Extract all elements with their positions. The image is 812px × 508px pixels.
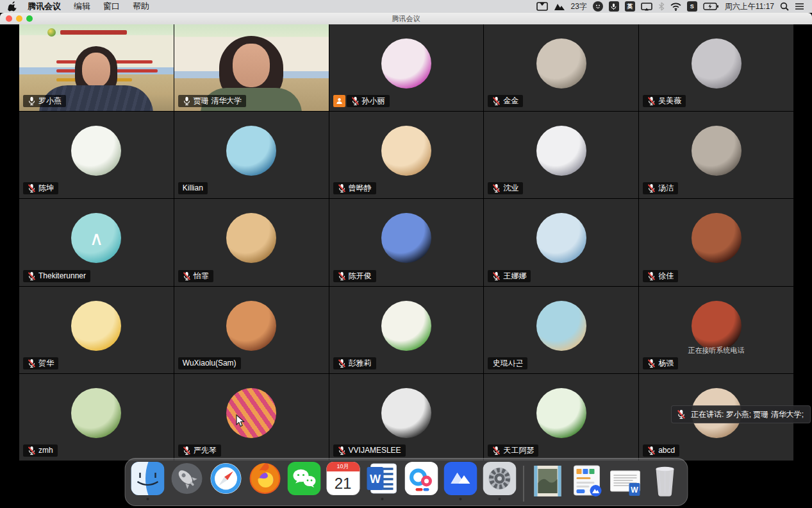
- participant-label: 贺华: [23, 357, 58, 369]
- participant-tile[interactable]: 正在接听系统电话杨强: [639, 287, 793, 373]
- participant-tile[interactable]: 沈业: [484, 112, 638, 198]
- muted-mic-icon: [28, 359, 36, 368]
- participant-tile[interactable]: Killian: [174, 112, 329, 198]
- dock-item-system-preferences-icon[interactable]: [483, 462, 516, 500]
- participant-avatar: [71, 301, 121, 351]
- menu-help[interactable]: 帮助: [126, 0, 156, 13]
- participant-tile[interactable]: 怡霏: [174, 199, 329, 285]
- participant-tile[interactable]: 贺华: [19, 287, 174, 373]
- speaking-toast-text: 正在讲话: 罗小燕; 贾珊 清华大学;: [691, 409, 804, 420]
- participant-label: 天工阿瑟: [488, 444, 538, 457]
- participant-tile[interactable]: VVIJAMESLEE: [329, 374, 484, 461]
- participant-tile[interactable]: ∧Thekiterunner: [19, 199, 174, 285]
- muted-mic-icon: [338, 446, 346, 455]
- muted-mic-icon: [492, 183, 501, 193]
- dock-item-meeting-window-thumbnail[interactable]: [570, 462, 603, 500]
- menu-app-name[interactable]: 腾讯会议: [21, 0, 67, 13]
- menu-bar: 腾讯会议 编辑 窗口 帮助 23字 英: [0, 0, 812, 13]
- muted-mic-icon: [338, 359, 346, 368]
- wifi-icon[interactable]: [670, 3, 681, 11]
- muted-mic-icon: [28, 183, 36, 193]
- dock-item-launchpad-icon[interactable]: [170, 462, 203, 500]
- participant-name-chip: 天工阿瑟: [488, 444, 538, 457]
- person-icon: [335, 97, 344, 105]
- participant-tile[interactable]: 陈开俊: [329, 199, 484, 285]
- participant-name-chip: 曾晔静: [333, 182, 376, 194]
- participant-name: zmh: [38, 446, 53, 455]
- participant-tile[interactable]: WuXiaolu(Sam): [174, 287, 329, 373]
- close-window-button[interactable]: [6, 15, 12, 22]
- ime-word-count[interactable]: 23字: [571, 1, 587, 12]
- participant-avatar: [71, 388, 121, 438]
- participant-label: 贾珊 清华大学: [178, 95, 246, 107]
- participant-name: 王娜娜: [503, 271, 526, 281]
- participant-name: 陈开俊: [349, 271, 372, 281]
- dock-item-finder-icon[interactable]: [131, 462, 164, 500]
- participant-tile[interactable]: 严先琴: [174, 374, 329, 461]
- participant-tile[interactable]: 徐佳: [639, 199, 793, 285]
- participant-tile[interactable]: 史琨사곤: [484, 287, 638, 373]
- participant-tile[interactable]: 汤洁: [639, 112, 793, 198]
- participant-avatar: [536, 126, 586, 176]
- minimize-window-button[interactable]: [16, 15, 22, 22]
- sogou-emoji-icon[interactable]: [593, 1, 603, 12]
- participant-name-chip: abcd: [643, 444, 679, 457]
- participant-label: 金金: [488, 95, 523, 107]
- participant-avatar: [692, 213, 742, 263]
- dock-item-baidu-netdisk-icon[interactable]: [404, 462, 438, 500]
- tencent-meeting-menubar-icon[interactable]: [554, 3, 565, 11]
- participant-tile[interactable]: 彭雅莉: [329, 287, 484, 373]
- participant-avatar: [226, 213, 276, 263]
- participant-tile[interactable]: 吴美薇: [639, 24, 793, 111]
- dock-item-word-icon[interactable]: W: [365, 462, 399, 500]
- participant-tile[interactable]: 罗小燕: [19, 24, 174, 111]
- spotlight-search-icon[interactable]: [780, 2, 789, 11]
- dock-item-safari-icon[interactable]: [209, 462, 242, 500]
- participant-tile[interactable]: 王娜娜: [484, 199, 638, 285]
- dock-item-word-window-thumbnail[interactable]: W: [609, 462, 642, 500]
- muted-mic-icon: [647, 183, 656, 193]
- menubar-clock[interactable]: 周六上午11:17: [725, 1, 774, 12]
- dock-item-tencent-meeting-icon[interactable]: [443, 462, 477, 500]
- participant-label: Thekiterunner: [23, 270, 90, 282]
- participant-name: Killian: [183, 183, 203, 193]
- dock-item-wechat-icon[interactable]: [287, 462, 320, 500]
- participant-name: 汤洁: [658, 183, 674, 193]
- calendar-icon: 10月21: [326, 462, 360, 495]
- participant-name-chip: 金金: [488, 95, 523, 107]
- participant-tile[interactable]: 曾晔静: [329, 112, 484, 198]
- input-language-icon[interactable]: 英: [625, 1, 635, 12]
- participant-name: 严先琴: [194, 446, 217, 455]
- bluetooth-icon[interactable]: [658, 2, 665, 11]
- dock-item-calendar-icon[interactable]: 10月21: [326, 462, 360, 500]
- participant-tile[interactable]: 陈坤: [19, 112, 174, 198]
- zoom-window-button[interactable]: [26, 15, 33, 22]
- muted-mic-icon: [492, 446, 501, 455]
- dock-item-firefox-icon[interactable]: [248, 462, 281, 500]
- battery-icon[interactable]: [703, 3, 719, 10]
- menu-window[interactable]: 窗口: [97, 0, 126, 13]
- airplay-display-icon[interactable]: [641, 3, 652, 11]
- participant-name-chip: VVIJAMESLEE: [333, 444, 406, 457]
- participant-name: Thekiterunner: [38, 271, 86, 281]
- microphone-menubar-icon[interactable]: [609, 1, 619, 12]
- participant-label: 严先琴: [178, 444, 221, 457]
- dock-item-trash-icon[interactable]: [648, 462, 681, 500]
- dock-item-painting-window-thumbnail[interactable]: [531, 462, 564, 500]
- muted-mic-icon: [647, 96, 656, 106]
- participant-tile[interactable]: 天工阿瑟: [484, 374, 638, 461]
- participant-tile[interactable]: 金金: [484, 24, 638, 111]
- sogou-s-icon[interactable]: S: [687, 1, 697, 12]
- participant-avatar: [536, 388, 586, 438]
- menu-edit[interactable]: 编辑: [67, 0, 97, 13]
- participant-tile[interactable]: 孙小丽: [329, 24, 484, 111]
- participant-name-chip: 杨强: [643, 357, 678, 369]
- participant-name: 徐佳: [658, 271, 674, 281]
- participant-tile[interactable]: zmh: [19, 374, 174, 461]
- menu-list-icon[interactable]: [795, 3, 804, 10]
- apple-menu-icon[interactable]: [8, 1, 17, 12]
- participant-tile[interactable]: 贾珊 清华大学: [174, 24, 329, 111]
- participant-label: 史琨사곤: [488, 357, 527, 369]
- window-title-bar[interactable]: 腾讯会议: [0, 13, 812, 25]
- screen-mirroring-icon[interactable]: [536, 2, 548, 11]
